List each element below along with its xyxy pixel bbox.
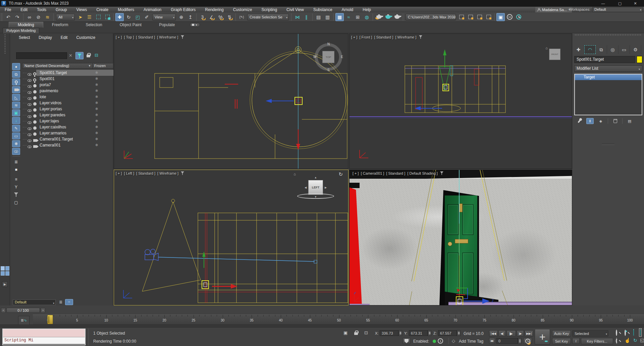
viewport-shading-menu[interactable]: [ Wireframe ] xyxy=(395,35,417,39)
list-item[interactable]: Spot001✻ xyxy=(22,76,113,82)
tool-bone-icon[interactable]: Y xyxy=(12,183,20,190)
filter-cameras-icon[interactable] xyxy=(12,86,20,93)
configure-modifier-sets-button[interactable]: ▤ xyxy=(626,118,633,124)
align-icon[interactable]: ∥ xyxy=(302,13,311,21)
time-configuration-button[interactable] xyxy=(523,338,532,344)
hierarchy-mode-icon[interactable]: ⊟ xyxy=(95,53,98,58)
maximize-button[interactable]: ▢ xyxy=(612,0,627,7)
render-production-button[interactable] xyxy=(393,13,401,21)
menu-rendering[interactable]: Rendering xyxy=(200,7,228,12)
column-frozen[interactable]: Frozen xyxy=(94,64,106,68)
remove-modifier-button[interactable] xyxy=(611,118,619,124)
tab-hierarchy[interactable]: ⧉ xyxy=(596,45,607,54)
isolate-selection-icon[interactable]: ▣ xyxy=(343,330,347,335)
object-name-field[interactable]: Spot001.Target xyxy=(574,56,635,63)
frozen-cell[interactable]: ✻ xyxy=(95,82,98,88)
rotate-view-icon[interactable]: ↻ xyxy=(338,171,343,177)
tab-object-paint[interactable]: Object Paint xyxy=(111,22,150,27)
pin-stack-button[interactable] xyxy=(576,118,583,124)
viewport-shading-menu[interactable]: [ Default Shading ] xyxy=(407,171,438,175)
maximize-viewport-icon[interactable]: ◱ xyxy=(640,338,644,343)
previous-frame-button[interactable]: < xyxy=(1,308,6,313)
tab-display[interactable]: ▭ xyxy=(619,45,630,54)
layout-preset-1-button[interactable] xyxy=(457,13,466,21)
viewport-pov-menu[interactable]: [ Left ] xyxy=(124,171,135,175)
per-view-filter-icon[interactable] xyxy=(181,171,184,175)
macro-recorder-pane[interactable] xyxy=(3,329,85,337)
home-icon[interactable]: ⌂ xyxy=(293,172,296,176)
column-divider[interactable] xyxy=(92,63,93,69)
tab-motion[interactable]: ◎ xyxy=(607,45,619,54)
object-name[interactable]: Camera001.Target xyxy=(40,136,73,142)
list-item[interactable]: Layer:vidros✻ xyxy=(22,100,113,106)
explorer-preset-dropdown[interactable]: Default▾ xyxy=(13,299,56,305)
lock-explorer-icon[interactable] xyxy=(87,54,90,58)
use-pivot-center-icon[interactable]: ⊕ xyxy=(177,13,185,21)
compass-east[interactable]: E xyxy=(341,55,343,59)
zoom-icon[interactable] xyxy=(616,330,617,335)
menu-animation[interactable]: Animation xyxy=(139,7,166,12)
previous-frame-button[interactable]: ◀| xyxy=(498,330,506,337)
viewport-pov-menu[interactable]: [ Camera001 ] xyxy=(361,171,384,175)
object-name[interactable]: Layer:paredes xyxy=(40,112,65,118)
set-keys-button[interactable]: + xyxy=(535,330,550,345)
reference-coordinate-system-dropdown[interactable]: View▾ xyxy=(152,14,176,20)
viewport-shading-menu[interactable]: [ Wireframe ] xyxy=(157,171,178,175)
selection-lock-icon[interactable] xyxy=(354,331,358,336)
frozen-cell[interactable]: ✻ xyxy=(95,94,98,100)
listener-pane[interactable]: Scripting Mi xyxy=(3,337,85,344)
menu-help[interactable]: Help xyxy=(358,7,376,12)
snap-toggle-3d-icon[interactable]: 3 xyxy=(198,13,207,21)
redo-icon[interactable]: ↷ xyxy=(13,13,21,21)
filter-geometry-icon[interactable]: ● xyxy=(12,63,20,70)
tab-freeform[interactable]: Freeform xyxy=(43,22,77,27)
z-spinner[interactable] xyxy=(457,330,461,336)
list-item[interactable]: lote✻ xyxy=(22,94,113,100)
frozen-cell[interactable]: ✻ xyxy=(95,100,98,106)
unlink-selection-icon[interactable]: ⊘ xyxy=(34,13,43,21)
zoom-extents-icon[interactable] xyxy=(633,330,634,335)
viewport-top[interactable]: [ + ] [ Top ] [ Standard ] [ Wireframe ]… xyxy=(114,34,348,169)
panel-grip[interactable] xyxy=(575,34,641,36)
time-slider[interactable] xyxy=(47,315,53,324)
filter-groups-icon[interactable]: ▣ xyxy=(12,109,20,116)
viewport-plus-menu[interactable]: [ + ] xyxy=(353,171,359,175)
tool-solid-icon[interactable]: ■ xyxy=(12,166,20,173)
viewport-layout-tab-button[interactable] xyxy=(1,266,10,276)
auto-key-button[interactable]: Auto Key xyxy=(552,330,571,337)
key-filters-icon[interactable]: ≀ xyxy=(572,338,580,344)
ribbon-minimize-dropdown[interactable]: ▼ xyxy=(190,23,200,27)
adaptive-degradation-button[interactable] xyxy=(402,338,411,344)
viewport-count-badge[interactable]: 1 xyxy=(438,338,443,344)
tab-utilities[interactable]: ⚙ xyxy=(630,45,641,54)
frozen-cell[interactable]: ✻ xyxy=(95,130,98,136)
maxscript-mini-listener[interactable]: Scripting Mi xyxy=(2,329,86,345)
object-name[interactable]: Layer:lajes xyxy=(40,118,59,124)
tool-document-icon[interactable]: ≡ xyxy=(12,176,20,183)
rendered-frame-window-button[interactable] xyxy=(384,13,392,21)
layout-preset-3-button[interactable] xyxy=(475,13,484,21)
frozen-cell[interactable]: ✻ xyxy=(95,112,98,118)
menu-modifiers[interactable]: Modifiers xyxy=(113,7,139,12)
z-coordinate-field[interactable]: 67.557 xyxy=(438,330,457,336)
schematic-view-icon[interactable]: ⊞ xyxy=(354,13,362,21)
per-view-filter-icon[interactable] xyxy=(440,171,443,175)
viewcube-face[interactable]: TOP xyxy=(322,51,334,63)
bind-to-spacewarp-icon[interactable]: ≋ xyxy=(43,13,52,21)
filter-containers-icon[interactable]: ▭ xyxy=(12,132,20,139)
user-account-button[interactable]: Madalena Sa... ▾ xyxy=(535,7,572,12)
tool-list-view-icon[interactable]: ≣ xyxy=(12,158,20,165)
object-name[interactable]: Spot001 xyxy=(40,76,55,82)
time-tag-cube-icon[interactable]: ◇ xyxy=(452,338,455,343)
select-and-place-icon[interactable]: ✐ xyxy=(143,13,151,21)
menu-edit[interactable]: Edit xyxy=(16,7,32,12)
close-button[interactable]: ✕ xyxy=(628,0,643,7)
viewport-front[interactable]: [ + ] [ Front ] [ Standard ] [ Wireframe… xyxy=(349,34,572,169)
toolbar-grip[interactable] xyxy=(1,13,3,21)
viewport-pov-menu[interactable]: [ Front ] xyxy=(360,35,372,39)
frozen-cell[interactable]: ✻ xyxy=(95,88,98,94)
explorer-menu-edit[interactable]: Edit xyxy=(61,35,68,40)
material-editor-icon[interactable]: ◍ xyxy=(363,13,371,21)
menu-tools[interactable]: Tools xyxy=(32,7,51,12)
make-unique-button[interactable]: ◈ xyxy=(597,118,604,124)
